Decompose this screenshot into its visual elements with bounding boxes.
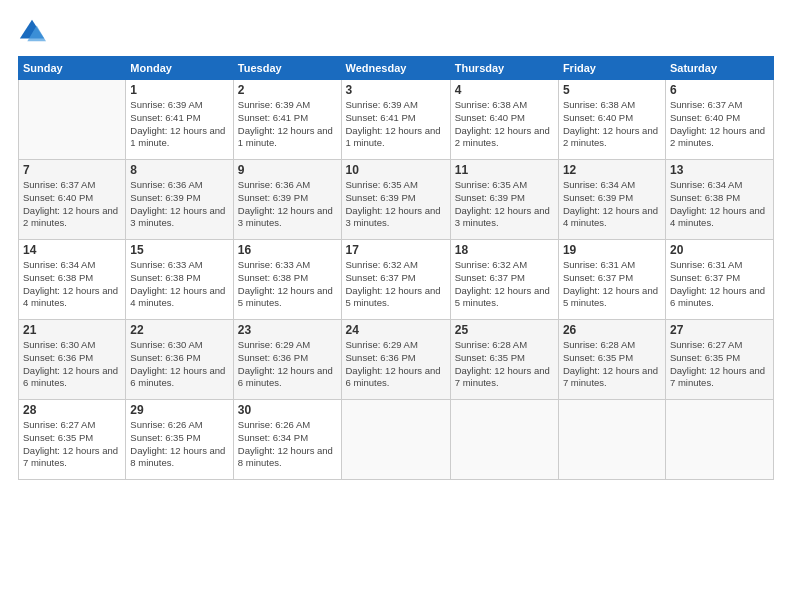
calendar-week-row: 1Sunrise: 6:39 AMSunset: 6:41 PMDaylight… (19, 80, 774, 160)
day-info: Sunrise: 6:28 AMSunset: 6:35 PMDaylight:… (563, 339, 661, 390)
day-number: 8 (130, 163, 228, 177)
day-number: 5 (563, 83, 661, 97)
day-number: 29 (130, 403, 228, 417)
calendar-cell: 25Sunrise: 6:28 AMSunset: 6:35 PMDayligh… (450, 320, 558, 400)
day-number: 10 (346, 163, 446, 177)
calendar-cell: 22Sunrise: 6:30 AMSunset: 6:36 PMDayligh… (126, 320, 233, 400)
calendar-cell: 7Sunrise: 6:37 AMSunset: 6:40 PMDaylight… (19, 160, 126, 240)
day-number: 7 (23, 163, 121, 177)
calendar-cell: 2Sunrise: 6:39 AMSunset: 6:41 PMDaylight… (233, 80, 341, 160)
day-info: Sunrise: 6:34 AMSunset: 6:39 PMDaylight:… (563, 179, 661, 230)
day-info: Sunrise: 6:29 AMSunset: 6:36 PMDaylight:… (238, 339, 337, 390)
day-number: 30 (238, 403, 337, 417)
day-number: 27 (670, 323, 769, 337)
calendar-cell: 15Sunrise: 6:33 AMSunset: 6:38 PMDayligh… (126, 240, 233, 320)
weekday-header: Wednesday (341, 57, 450, 80)
calendar-week-row: 7Sunrise: 6:37 AMSunset: 6:40 PMDaylight… (19, 160, 774, 240)
day-info: Sunrise: 6:32 AMSunset: 6:37 PMDaylight:… (346, 259, 446, 310)
weekday-header: Saturday (665, 57, 773, 80)
calendar-cell: 18Sunrise: 6:32 AMSunset: 6:37 PMDayligh… (450, 240, 558, 320)
day-number: 24 (346, 323, 446, 337)
calendar-cell (341, 400, 450, 480)
calendar-cell: 24Sunrise: 6:29 AMSunset: 6:36 PMDayligh… (341, 320, 450, 400)
day-number: 12 (563, 163, 661, 177)
day-number: 3 (346, 83, 446, 97)
weekday-header: Tuesday (233, 57, 341, 80)
day-info: Sunrise: 6:36 AMSunset: 6:39 PMDaylight:… (130, 179, 228, 230)
day-info: Sunrise: 6:28 AMSunset: 6:35 PMDaylight:… (455, 339, 554, 390)
calendar-cell (558, 400, 665, 480)
calendar-cell: 9Sunrise: 6:36 AMSunset: 6:39 PMDaylight… (233, 160, 341, 240)
calendar-cell: 4Sunrise: 6:38 AMSunset: 6:40 PMDaylight… (450, 80, 558, 160)
calendar-table: SundayMondayTuesdayWednesdayThursdayFrid… (18, 56, 774, 480)
day-number: 9 (238, 163, 337, 177)
day-info: Sunrise: 6:35 AMSunset: 6:39 PMDaylight:… (346, 179, 446, 230)
day-number: 14 (23, 243, 121, 257)
calendar-cell: 27Sunrise: 6:27 AMSunset: 6:35 PMDayligh… (665, 320, 773, 400)
day-info: Sunrise: 6:27 AMSunset: 6:35 PMDaylight:… (23, 419, 121, 470)
calendar-week-row: 21Sunrise: 6:30 AMSunset: 6:36 PMDayligh… (19, 320, 774, 400)
day-number: 18 (455, 243, 554, 257)
calendar-cell: 1Sunrise: 6:39 AMSunset: 6:41 PMDaylight… (126, 80, 233, 160)
day-number: 2 (238, 83, 337, 97)
weekday-header: Thursday (450, 57, 558, 80)
calendar-cell (665, 400, 773, 480)
day-info: Sunrise: 6:38 AMSunset: 6:40 PMDaylight:… (455, 99, 554, 150)
day-info: Sunrise: 6:34 AMSunset: 6:38 PMDaylight:… (670, 179, 769, 230)
day-info: Sunrise: 6:30 AMSunset: 6:36 PMDaylight:… (130, 339, 228, 390)
day-number: 4 (455, 83, 554, 97)
day-info: Sunrise: 6:36 AMSunset: 6:39 PMDaylight:… (238, 179, 337, 230)
calendar-cell: 10Sunrise: 6:35 AMSunset: 6:39 PMDayligh… (341, 160, 450, 240)
day-number: 22 (130, 323, 228, 337)
day-info: Sunrise: 6:31 AMSunset: 6:37 PMDaylight:… (563, 259, 661, 310)
day-info: Sunrise: 6:29 AMSunset: 6:36 PMDaylight:… (346, 339, 446, 390)
day-info: Sunrise: 6:39 AMSunset: 6:41 PMDaylight:… (238, 99, 337, 150)
day-info: Sunrise: 6:32 AMSunset: 6:37 PMDaylight:… (455, 259, 554, 310)
day-number: 6 (670, 83, 769, 97)
weekday-header: Sunday (19, 57, 126, 80)
calendar-cell: 6Sunrise: 6:37 AMSunset: 6:40 PMDaylight… (665, 80, 773, 160)
day-info: Sunrise: 6:26 AMSunset: 6:35 PMDaylight:… (130, 419, 228, 470)
day-info: Sunrise: 6:33 AMSunset: 6:38 PMDaylight:… (130, 259, 228, 310)
page-container: SundayMondayTuesdayWednesdayThursdayFrid… (0, 0, 792, 612)
calendar-cell: 26Sunrise: 6:28 AMSunset: 6:35 PMDayligh… (558, 320, 665, 400)
calendar-week-row: 14Sunrise: 6:34 AMSunset: 6:38 PMDayligh… (19, 240, 774, 320)
day-info: Sunrise: 6:34 AMSunset: 6:38 PMDaylight:… (23, 259, 121, 310)
day-info: Sunrise: 6:39 AMSunset: 6:41 PMDaylight:… (130, 99, 228, 150)
day-info: Sunrise: 6:35 AMSunset: 6:39 PMDaylight:… (455, 179, 554, 230)
day-number: 11 (455, 163, 554, 177)
day-info: Sunrise: 6:38 AMSunset: 6:40 PMDaylight:… (563, 99, 661, 150)
calendar-cell: 14Sunrise: 6:34 AMSunset: 6:38 PMDayligh… (19, 240, 126, 320)
day-info: Sunrise: 6:37 AMSunset: 6:40 PMDaylight:… (670, 99, 769, 150)
calendar-cell: 3Sunrise: 6:39 AMSunset: 6:41 PMDaylight… (341, 80, 450, 160)
day-info: Sunrise: 6:31 AMSunset: 6:37 PMDaylight:… (670, 259, 769, 310)
calendar-cell: 13Sunrise: 6:34 AMSunset: 6:38 PMDayligh… (665, 160, 773, 240)
calendar-cell (19, 80, 126, 160)
calendar-cell: 23Sunrise: 6:29 AMSunset: 6:36 PMDayligh… (233, 320, 341, 400)
weekday-header: Monday (126, 57, 233, 80)
day-number: 21 (23, 323, 121, 337)
calendar-cell (450, 400, 558, 480)
day-number: 15 (130, 243, 228, 257)
day-number: 23 (238, 323, 337, 337)
calendar-cell: 12Sunrise: 6:34 AMSunset: 6:39 PMDayligh… (558, 160, 665, 240)
day-info: Sunrise: 6:26 AMSunset: 6:34 PMDaylight:… (238, 419, 337, 470)
day-number: 20 (670, 243, 769, 257)
day-number: 19 (563, 243, 661, 257)
day-info: Sunrise: 6:39 AMSunset: 6:41 PMDaylight:… (346, 99, 446, 150)
day-number: 1 (130, 83, 228, 97)
day-info: Sunrise: 6:37 AMSunset: 6:40 PMDaylight:… (23, 179, 121, 230)
calendar-cell: 29Sunrise: 6:26 AMSunset: 6:35 PMDayligh… (126, 400, 233, 480)
day-info: Sunrise: 6:33 AMSunset: 6:38 PMDaylight:… (238, 259, 337, 310)
day-number: 13 (670, 163, 769, 177)
calendar-cell: 20Sunrise: 6:31 AMSunset: 6:37 PMDayligh… (665, 240, 773, 320)
weekday-header-row: SundayMondayTuesdayWednesdayThursdayFrid… (19, 57, 774, 80)
calendar-cell: 28Sunrise: 6:27 AMSunset: 6:35 PMDayligh… (19, 400, 126, 480)
calendar-cell: 17Sunrise: 6:32 AMSunset: 6:37 PMDayligh… (341, 240, 450, 320)
day-number: 26 (563, 323, 661, 337)
calendar-cell: 5Sunrise: 6:38 AMSunset: 6:40 PMDaylight… (558, 80, 665, 160)
day-number: 16 (238, 243, 337, 257)
calendar-cell: 19Sunrise: 6:31 AMSunset: 6:37 PMDayligh… (558, 240, 665, 320)
calendar-week-row: 28Sunrise: 6:27 AMSunset: 6:35 PMDayligh… (19, 400, 774, 480)
calendar-cell: 30Sunrise: 6:26 AMSunset: 6:34 PMDayligh… (233, 400, 341, 480)
